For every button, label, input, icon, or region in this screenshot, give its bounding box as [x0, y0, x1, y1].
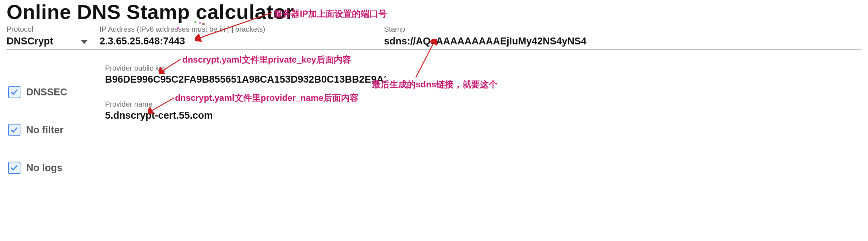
provider-input[interactable]: [105, 108, 386, 123]
nologs-checkbox[interactable]: [8, 162, 20, 174]
svg-marker-0: [81, 40, 88, 44]
dropdown-caret-icon: [81, 40, 88, 44]
input-row: Protocol DNSCrypt IP Address (IPv6 addre…: [7, 25, 861, 50]
stamp-output[interactable]: [384, 34, 861, 49]
pubkey-input[interactable]: [105, 72, 386, 87]
ip-input[interactable]: [100, 34, 384, 49]
protocol-select[interactable]: DNSCrypt: [7, 34, 100, 49]
pubkey-label: Provider public key: [105, 64, 167, 72]
nologs-label: No logs: [26, 162, 62, 174]
nofilter-checkbox[interactable]: [8, 124, 20, 136]
ip-label: IP Address (IPv6 addresses must be in [ …: [100, 25, 384, 33]
page-title: Online DNS Stamp calculator: [7, 0, 861, 24]
dnssec-checkbox-row[interactable]: DNSSEC: [8, 86, 105, 98]
provider-label: Provider name: [105, 100, 152, 108]
stamp-label: Stamp: [384, 25, 861, 33]
dnssec-checkbox[interactable]: [8, 86, 20, 98]
protocol-value: DNSCrypt: [7, 34, 78, 49]
nofilter-checkbox-row[interactable]: No filter: [8, 124, 105, 136]
dnssec-label: DNSSEC: [26, 87, 67, 98]
nofilter-label: No filter: [26, 125, 63, 136]
protocol-label: Protocol: [7, 25, 100, 33]
nologs-checkbox-row[interactable]: No logs: [8, 162, 105, 174]
